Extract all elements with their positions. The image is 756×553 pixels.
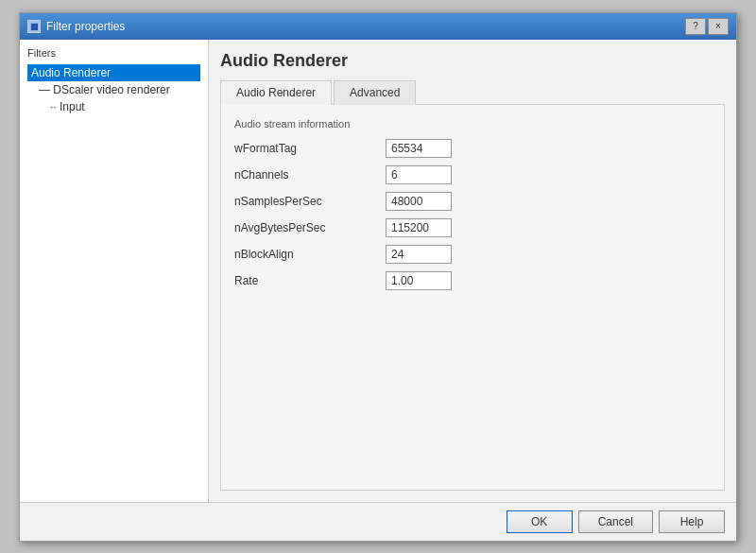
sidebar-item-dscaler[interactable]: — DScaler video renderer	[27, 81, 200, 98]
field-row-nblockalign: nBlockAlign 24	[234, 245, 711, 264]
sidebar-item-input[interactable]: ·· Input	[27, 98, 200, 115]
dialog-body: Filters Audio Renderer — DScaler video r…	[20, 40, 736, 502]
field-row-nchannels: nChannels 6	[234, 165, 711, 184]
cancel-button[interactable]: Cancel	[578, 510, 653, 533]
field-row-navgbytespersec: nAvgBytesPerSec 115200	[234, 218, 711, 237]
help-button[interactable]: ?	[685, 18, 706, 35]
field-row-nsamplespersec: nSamplesPerSec 48000	[234, 192, 711, 211]
tabs-container: Audio Renderer Advanced	[220, 80, 725, 105]
tab-content-audio-renderer: Audio stream information wFormatTag 6553…	[220, 105, 725, 491]
value-navgbytespersec: 115200	[386, 218, 452, 237]
field-row-wformattag: wFormatTag 65534	[234, 139, 711, 158]
value-nchannels: 6	[386, 165, 452, 184]
main-area: Audio Renderer Audio Renderer Advanced A…	[209, 40, 736, 502]
help-footer-button[interactable]: Help	[659, 510, 725, 533]
label-rate: Rate	[234, 274, 386, 287]
title-bar-controls: ? ×	[685, 18, 729, 35]
label-nblockalign: nBlockAlign	[234, 248, 386, 261]
label-nchannels: nChannels	[234, 168, 386, 181]
input-label: ·· Input	[50, 100, 85, 113]
title-bar-left: ▦ Filter properties	[27, 20, 125, 33]
label-navgbytespersec: nAvgBytesPerSec	[234, 221, 386, 234]
dialog-footer: OK Cancel Help	[20, 502, 736, 541]
ok-button[interactable]: OK	[507, 510, 573, 533]
filter-properties-dialog: ▦ Filter properties ? × Filters Audio Re…	[19, 12, 737, 542]
dscaler-label: — DScaler video renderer	[39, 83, 170, 96]
title-bar: ▦ Filter properties ? ×	[20, 13, 736, 40]
main-title: Audio Renderer	[220, 51, 725, 71]
label-wformattag: wFormatTag	[234, 142, 386, 155]
value-nsamplespersec: 48000	[386, 192, 452, 211]
value-nblockalign: 24	[386, 245, 452, 264]
tab-advanced[interactable]: Advanced	[334, 80, 416, 105]
sidebar-item-audio-renderer[interactable]: Audio Renderer	[27, 64, 200, 81]
section-header: Audio stream information	[234, 118, 711, 130]
value-rate: 1.00	[386, 271, 452, 290]
field-row-rate: Rate 1.00	[234, 271, 711, 290]
audio-renderer-label: Audio Renderer	[31, 66, 111, 79]
sidebar-title: Filters	[27, 47, 200, 59]
value-wformattag: 65534	[386, 139, 452, 158]
label-nsamplespersec: nSamplesPerSec	[234, 195, 386, 208]
dialog-title: Filter properties	[46, 20, 125, 33]
sidebar: Filters Audio Renderer — DScaler video r…	[20, 40, 209, 502]
tab-audio-renderer[interactable]: Audio Renderer	[220, 80, 332, 105]
dialog-icon: ▦	[27, 20, 41, 33]
close-button[interactable]: ×	[708, 18, 729, 35]
